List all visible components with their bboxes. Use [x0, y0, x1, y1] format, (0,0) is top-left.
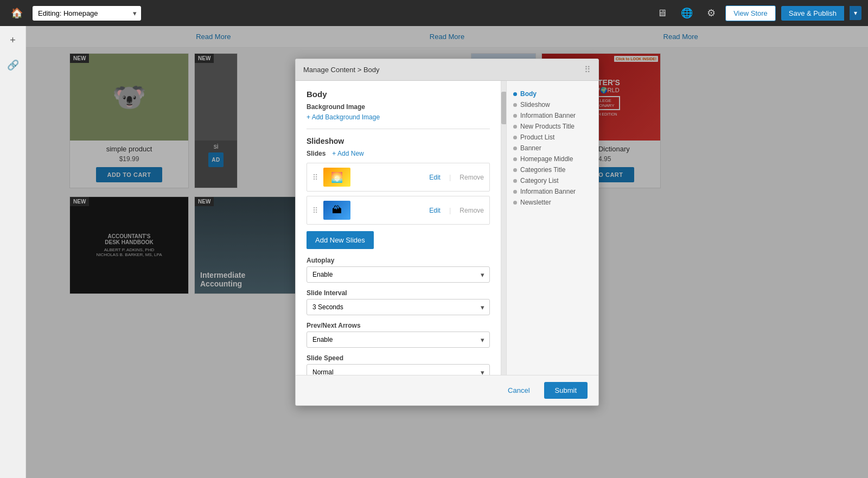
nav-dot-product-list [513, 136, 517, 139]
modal-overlay: Manage Content > Body ⠿ Body Background … [26, 26, 868, 478]
nav-dot-banner [513, 146, 517, 150]
save-publish-dropdown-button[interactable]: ▾ [850, 6, 861, 20]
nav-item-new-products-title[interactable]: New Products Title [513, 121, 592, 132]
nav-item-body[interactable]: Body [513, 88, 592, 99]
slide-interval-select[interactable]: 3 Seconds [307, 299, 490, 315]
nav-dot-newsletter [513, 201, 517, 205]
nav-label-information-banner-2: Information Banner [520, 188, 576, 195]
view-store-button[interactable]: View Store [725, 5, 776, 21]
modal-main-content: Body Background Image + Add Background I… [296, 81, 501, 375]
slide-drag-handle-2[interactable]: ⠿ [312, 206, 318, 215]
slide-drag-handle-1[interactable]: ⠿ [312, 173, 318, 182]
modal-title: Manage Content > Body [303, 66, 380, 74]
slide-speed-select-wrap: Normal [307, 364, 490, 375]
nav-label-banner: Banner [520, 144, 541, 152]
slide-item-1: ⠿ 🌅 Edit | Remove [307, 163, 490, 192]
settings-icon[interactable]: ⚙ [703, 5, 720, 21]
section-divider [307, 129, 490, 129]
slides-header: Slides + Add New [307, 150, 490, 157]
nav-item-homepage-middle[interactable]: Homepage Middle [513, 154, 592, 164]
prev-next-label: Prev/Next Arrows [307, 322, 490, 329]
nav-dot-information-banner-2 [513, 190, 517, 194]
nav-dot-homepage-middle [513, 157, 517, 161]
nav-label-new-products-title: New Products Title [520, 123, 575, 130]
scrollbar-track[interactable] [501, 81, 506, 375]
nav-label-information-banner: Information Banner [520, 112, 576, 119]
slide-remove-2[interactable]: Remove [459, 207, 484, 214]
nav-label-categories-title: Categories Title [520, 166, 565, 174]
nav-label-slideshow: Slideshow [520, 101, 550, 109]
slideshow-section-title: Slideshow [307, 137, 490, 145]
prev-next-field: Prev/Next Arrows Enable [307, 322, 490, 348]
add-new-slides-button[interactable]: Add New Slides [307, 231, 374, 249]
slide-remove-1[interactable]: Remove [459, 174, 484, 181]
slides-label: Slides [307, 150, 326, 157]
nav-dot-information-banner [513, 114, 517, 118]
topbar: 🏠 Editing: Homepage 🖥 🌐 ⚙ View Store Sav… [0, 0, 868, 26]
slide-speed-field: Slide Speed Normal [307, 354, 490, 375]
background-image-label: Background Image [307, 103, 490, 111]
nav-item-information-banner[interactable]: Information Banner [513, 110, 592, 121]
manage-content-modal: Manage Content > Body ⠿ Body Background … [295, 59, 599, 406]
body-section-title: Body [307, 90, 490, 99]
add-background-image-link[interactable]: + Add Background Image [307, 113, 380, 121]
page-selector-wrap: Editing: Homepage [33, 6, 141, 21]
home-button[interactable]: 🏠 [7, 5, 27, 21]
nav-label-newsletter: Newsletter [520, 199, 551, 206]
autoplay-label: Autoplay [307, 257, 490, 264]
monitor-icon[interactable]: 🖥 [653, 5, 671, 21]
slide-interval-select-wrap: 3 Seconds [307, 299, 490, 315]
nav-label-body: Body [520, 90, 537, 98]
modal-header[interactable]: Manage Content > Body ⠿ [296, 59, 598, 81]
slide-speed-select[interactable]: Normal [307, 364, 490, 375]
autoplay-field: Autoplay Enable [307, 257, 490, 283]
nav-item-product-list[interactable]: Product List [513, 132, 592, 143]
nav-item-categories-title[interactable]: Categories Title [513, 164, 592, 175]
nav-dot-category-list [513, 179, 517, 183]
nav-item-information-banner-2[interactable]: Information Banner [513, 186, 592, 197]
autoplay-select-wrap: Enable [307, 266, 490, 283]
slide-speed-label: Slide Speed [307, 354, 490, 362]
prev-next-select[interactable]: Enable [307, 332, 490, 348]
page-selector[interactable]: Editing: Homepage [33, 6, 141, 21]
nav-label-product-list: Product List [520, 133, 554, 141]
slide-thumbnail-1: 🌅 [323, 168, 350, 187]
slide-interval-field: Slide Interval 3 Seconds [307, 289, 490, 315]
modal-nav-sidebar: Body Slideshow Information Banner N [506, 81, 598, 375]
globe-icon[interactable]: 🌐 [676, 5, 697, 21]
submit-button[interactable]: Submit [544, 382, 588, 399]
link-icon[interactable]: 🔗 [5, 57, 21, 73]
save-publish-button[interactable]: Save & Publish [781, 6, 844, 21]
modal-body: Body Background Image + Add Background I… [296, 81, 598, 375]
page-content: Read More Read More Read More NEW 🐨 simp… [26, 26, 868, 478]
nav-dot-categories-title [513, 168, 517, 172]
cancel-button[interactable]: Cancel [499, 382, 538, 399]
scrollbar-thumb[interactable] [501, 92, 506, 124]
nav-dot-new-products-title [513, 125, 517, 129]
left-sidebar: + 🔗 [0, 26, 26, 478]
add-section-icon[interactable]: + [8, 33, 18, 48]
nav-label-category-list: Category List [520, 177, 559, 184]
slide-edit-1[interactable]: Edit [429, 174, 441, 181]
slide-thumbnail-2: 🏔 [323, 201, 350, 220]
nav-label-homepage-middle: Homepage Middle [520, 155, 573, 163]
nav-item-newsletter[interactable]: Newsletter [513, 197, 592, 208]
main-area: + 🔗 Read More Read More Read More NEW 🐨 … [0, 26, 868, 478]
slide-edit-2[interactable]: Edit [429, 207, 441, 214]
nav-item-category-list[interactable]: Category List [513, 175, 592, 186]
nav-item-banner[interactable]: Banner [513, 143, 592, 154]
modal-footer: Cancel Submit [296, 375, 598, 405]
nav-item-slideshow[interactable]: Slideshow [513, 99, 592, 110]
nav-dot-body [513, 92, 517, 96]
drag-handle-icon[interactable]: ⠿ [584, 65, 591, 75]
prev-next-select-wrap: Enable [307, 332, 490, 348]
nav-dot-slideshow [513, 103, 517, 107]
autoplay-select[interactable]: Enable [307, 266, 490, 283]
add-new-slide-link[interactable]: + Add New [332, 150, 363, 157]
slide-interval-label: Slide Interval [307, 289, 490, 297]
slide-item-2: ⠿ 🏔 Edit | Remove [307, 196, 490, 225]
